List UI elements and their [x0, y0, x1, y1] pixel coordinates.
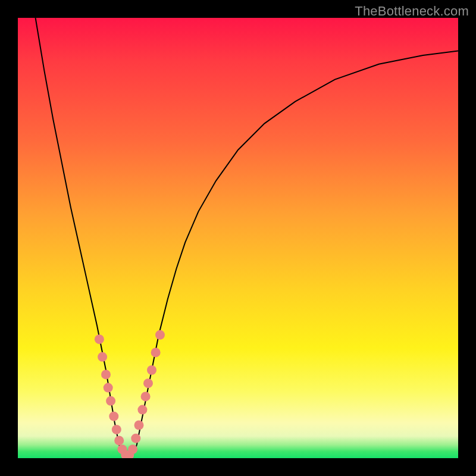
highlight-dot — [95, 334, 104, 344]
chart-stage: TheBottleneck.com — [0, 0, 476, 476]
highlight-dot — [98, 352, 107, 362]
highlight-dot — [104, 383, 113, 393]
curve-layer — [18, 18, 458, 458]
highlight-dots — [95, 330, 165, 458]
highlight-dot — [112, 425, 121, 434]
highlight-dot — [106, 396, 115, 406]
highlight-dot — [151, 347, 161, 357]
highlight-dot — [134, 421, 144, 430]
highlight-dot — [137, 405, 147, 415]
highlight-dot — [128, 444, 137, 454]
highlight-dot — [141, 392, 151, 401]
plot-area — [18, 18, 458, 458]
highlight-dot — [114, 436, 124, 445]
highlight-dot — [147, 365, 156, 375]
bottleneck-curve — [36, 18, 458, 458]
highlight-dot — [131, 434, 140, 443]
highlight-dot — [143, 378, 153, 388]
watermark-text: TheBottleneck.com — [355, 4, 469, 19]
highlight-dot — [101, 369, 111, 379]
highlight-dot — [109, 412, 118, 421]
highlight-dot — [155, 330, 165, 340]
